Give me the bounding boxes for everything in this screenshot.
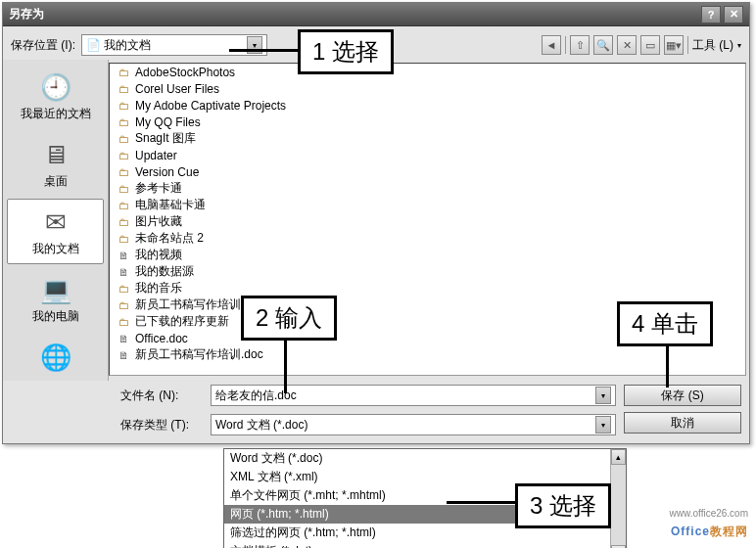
- file-item[interactable]: 🗀参考卡通: [110, 180, 292, 197]
- dropdown-scrollbar[interactable]: ▴ ▾: [610, 449, 626, 548]
- tools-menu[interactable]: 工具 (L): [692, 37, 733, 54]
- file-name: 参考卡通: [135, 180, 182, 197]
- filename-input[interactable]: 给老友的信.doc ▾: [211, 385, 616, 406]
- file-item[interactable]: 🗀Corel User Files: [110, 80, 292, 97]
- file-icon: 🗎: [116, 348, 131, 362]
- folder-icon: 🗀: [116, 82, 131, 96]
- file-name: Updater: [135, 149, 177, 162]
- file-item[interactable]: 🗀未命名站点 2: [110, 230, 292, 247]
- computer-icon: 💻: [39, 273, 72, 306]
- chevron-down-icon[interactable]: ▾: [737, 41, 741, 50]
- up-button[interactable]: ⇧: [570, 35, 590, 55]
- file-name: Corel User Files: [135, 82, 219, 96]
- file-icon: 🗎: [116, 249, 131, 262]
- folder-icon: 🗀: [116, 149, 131, 162]
- desktop-icon: 🖥: [39, 138, 72, 171]
- file-item[interactable]: 🗎新员工书稿写作培训.doc: [110, 346, 292, 363]
- file-name: 已下载的程序更新: [135, 313, 229, 330]
- filename-row: 文件名 (N): 给老友的信.doc ▾: [120, 385, 616, 406]
- file-name: Version Cue: [135, 165, 199, 179]
- folder-icon: 🗀: [116, 182, 131, 196]
- documents-icon: ✉: [39, 206, 72, 239]
- file-name: 新员工书稿写作培训.doc: [135, 346, 263, 363]
- location-combo[interactable]: 📄 我的文档 ▾: [81, 34, 267, 56]
- views-button[interactable]: ▦▾: [664, 35, 684, 55]
- location-value: 我的文档: [104, 37, 151, 54]
- file-item[interactable]: 🗀图片收藏: [110, 213, 292, 230]
- folder-icon: 🗀: [116, 99, 131, 113]
- file-name: 电脑基础卡通: [135, 197, 206, 213]
- chevron-down-icon[interactable]: ▾: [595, 416, 611, 434]
- file-item[interactable]: 🗎我的视频: [110, 247, 292, 263]
- file-item[interactable]: 🗀我的音乐: [110, 280, 292, 297]
- separator: [565, 36, 566, 54]
- folder-icon: 🗀: [116, 165, 131, 179]
- sidebar-item-label: 桌面: [44, 173, 68, 190]
- filetype-label: 保存类型 (T):: [120, 417, 203, 434]
- watermark: Office教程网: [671, 520, 748, 540]
- bottom-panel: 文件名 (N): 给老友的信.doc ▾ 保存类型 (T): Word 文档 (…: [3, 381, 749, 447]
- sidebar-item-documents[interactable]: ✉ 我的文档: [7, 199, 104, 264]
- folder-icon: 🗀: [116, 66, 131, 79]
- newfolder-button[interactable]: ▭: [640, 35, 660, 55]
- scroll-up-icon[interactable]: ▴: [611, 449, 626, 465]
- back-button[interactable]: ◄: [542, 35, 561, 55]
- callout-leader: [229, 49, 298, 52]
- file-item[interactable]: 🗀AdobeStockPhotos: [110, 64, 292, 80]
- file-item[interactable]: 🗀SnagIt 图库: [110, 130, 292, 147]
- filetype-value: Word 文档 (*.doc): [215, 417, 307, 434]
- callout-1: 1 选择: [298, 29, 394, 74]
- file-name: 我的音乐: [135, 280, 182, 297]
- file-name: My Adobe Captivate Projects: [135, 99, 286, 113]
- folder-icon: 🗀: [116, 199, 131, 212]
- chevron-down-icon[interactable]: ▾: [595, 387, 611, 404]
- save-button[interactable]: 保存 (S): [624, 385, 741, 406]
- folder-icon: 🗀: [116, 282, 131, 296]
- file-item[interactable]: 🗎我的数据源: [110, 263, 292, 280]
- sidebar-item-label: 我的电脑: [32, 308, 79, 325]
- file-item[interactable]: 🗀My Adobe Captivate Projects: [110, 97, 292, 114]
- file-item[interactable]: 🗀My QQ Files: [110, 114, 292, 130]
- filetype-row: 保存类型 (T): Word 文档 (*.doc) ▾: [120, 414, 616, 435]
- file-item[interactable]: 🗀Updater: [110, 147, 292, 163]
- field-column: 文件名 (N): 给老友的信.doc ▾ 保存类型 (T): Word 文档 (…: [120, 385, 616, 443]
- folder-icon: 🗀: [116, 232, 131, 246]
- callout-4: 4 单击: [617, 301, 713, 346]
- file-name: My QQ Files: [135, 115, 201, 129]
- filetype-combo[interactable]: Word 文档 (*.doc) ▾: [211, 414, 616, 435]
- callout-leader: [447, 501, 515, 504]
- button-column: 保存 (S) 取消: [624, 385, 741, 443]
- file-item[interactable]: 🗀Version Cue: [110, 163, 292, 180]
- sidebar-item-recent[interactable]: 🕘 我最近的文档: [7, 64, 104, 129]
- cancel-button[interactable]: 取消: [624, 412, 741, 434]
- save-location-label: 保存位置 (I):: [11, 37, 75, 54]
- dropdown-option[interactable]: Word 文档 (*.doc): [224, 449, 626, 468]
- sidebar-item-label: 我最近的文档: [21, 106, 91, 122]
- dropdown-option[interactable]: 文档模板 (*.dot): [224, 542, 626, 548]
- title-bar[interactable]: 另存为 ? ✕: [3, 3, 749, 26]
- dialog-title: 另存为: [9, 6, 698, 23]
- help-button[interactable]: ?: [701, 6, 721, 23]
- file-icon: 🗎: [116, 265, 131, 279]
- folder-icon: 🗀: [116, 132, 131, 146]
- watermark-url: www.office26.com: [670, 508, 748, 519]
- search-button[interactable]: 🔍: [593, 35, 613, 55]
- file-item[interactable]: 🗀电脑基础卡通: [110, 197, 292, 213]
- sidebar-item-network[interactable]: 🌐: [7, 334, 104, 383]
- file-name: 未命名站点 2: [135, 230, 204, 247]
- file-name: AdobeStockPhotos: [135, 66, 235, 79]
- folder-icon: 🗀: [116, 315, 131, 329]
- file-name: Office.doc: [135, 332, 188, 345]
- delete-button[interactable]: ✕: [617, 35, 637, 55]
- sidebar-item-desktop[interactable]: 🖥 桌面: [7, 131, 104, 197]
- file-name: 我的视频: [135, 247, 182, 263]
- file-name: 图片收藏: [135, 213, 182, 230]
- close-button[interactable]: ✕: [724, 6, 743, 23]
- file-name: SnagIt 图库: [135, 130, 196, 147]
- places-bar: 🕘 我最近的文档 🖥 桌面 ✉ 我的文档 💻 我的电脑 🌐: [3, 60, 109, 381]
- folder-icon: 🗀: [116, 115, 131, 129]
- sidebar-item-computer[interactable]: 💻 我的电脑: [7, 266, 104, 332]
- toolbar: ◄ ⇧ 🔍 ✕ ▭ ▦▾ 工具 (L) ▾: [542, 35, 741, 55]
- separator: [687, 36, 688, 54]
- folder-icon: 📄: [86, 38, 101, 52]
